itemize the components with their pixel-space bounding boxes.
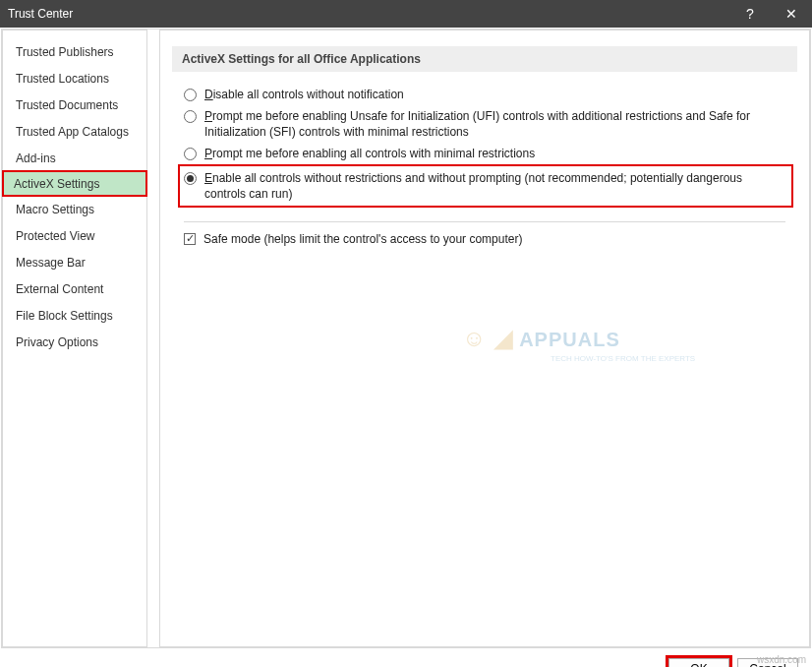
button-bar: OK Cancel [0, 649, 812, 667]
sidebar-item-protected-view[interactable]: Protected View [3, 222, 146, 249]
ok-button[interactable]: OK [668, 658, 729, 668]
sidebar-item-trusted-publishers[interactable]: Trusted Publishers [3, 38, 146, 65]
radio-label: Disable all controls without notificatio… [204, 87, 404, 102]
help-button[interactable]: ? [729, 0, 771, 28]
client-area: Trusted Publishers Trusted Locations Tru… [1, 29, 811, 648]
radio-disable-all[interactable]: Disable all controls without notificatio… [184, 84, 785, 105]
watermark-tag: TECH HOW-TO'S FROM THE EXPERTS [551, 354, 695, 363]
sidebar-item-label: ActiveX Settings [14, 177, 99, 191]
sidebar-item-label: File Block Settings [16, 309, 113, 323]
checkbox-safe-mode[interactable]: Safe mode (helps limit the control's acc… [184, 232, 785, 246]
sidebar-item-label: Protected View [16, 229, 95, 243]
section-header-label: ActiveX Settings for all Office Applicat… [182, 52, 421, 66]
radio-label: Prompt me before enabling all controls w… [204, 146, 535, 161]
sidebar-item-macro-settings[interactable]: Macro Settings [3, 196, 146, 222]
sidebar-item-trusted-app-catalogs[interactable]: Trusted App Catalogs [3, 118, 146, 145]
sidebar-item-label: Privacy Options [16, 335, 98, 349]
sidebar-item-trusted-locations[interactable]: Trusted Locations [3, 65, 146, 91]
radio-prompt-minimal[interactable]: Prompt me before enabling all controls w… [184, 143, 785, 164]
sidebar-item-label: Trusted Documents [16, 98, 118, 112]
radio-icon [184, 89, 197, 101]
close-button[interactable]: ✕ [771, 0, 812, 28]
cancel-button-label: Cancel [749, 662, 785, 667]
sidebar-item-label: Trusted Locations [16, 72, 109, 86]
checkbox-label: Safe mode (helps limit the control's acc… [203, 232, 522, 246]
content-inner: ActiveX Settings for all Office Applicat… [159, 30, 810, 647]
sidebar-item-trusted-documents[interactable]: Trusted Documents [3, 91, 146, 118]
titlebar: Trust Center ? ✕ [0, 0, 812, 28]
sidebar-item-activex-settings[interactable]: ActiveX Settings [2, 170, 147, 197]
radio-label: Prompt me before enabling Unsafe for Ini… [204, 108, 785, 140]
sidebar-item-label: Trusted App Catalogs [16, 125, 129, 139]
sidebar-item-privacy-options[interactable]: Privacy Options [3, 329, 146, 355]
content-pane: ActiveX Settings for all Office Applicat… [147, 30, 810, 647]
sidebar-item-message-bar[interactable]: Message Bar [3, 249, 146, 275]
sidebar-item-label: Macro Settings [16, 203, 94, 216]
ok-button-label: OK [690, 662, 707, 667]
radio-icon [184, 172, 197, 185]
radio-icon [184, 148, 197, 160]
radio-label: Enable all controls without restrictions… [204, 170, 785, 202]
checkbox-icon [184, 233, 196, 245]
window-title: Trust Center [8, 7, 729, 21]
sidebar-item-label: Message Bar [16, 256, 86, 270]
cancel-button[interactable]: Cancel [737, 658, 798, 668]
sidebar-item-add-ins[interactable]: Add-ins [3, 145, 146, 171]
radio-enable-all[interactable]: Enable all controls without restrictions… [178, 164, 793, 208]
close-icon: ✕ [785, 6, 797, 22]
activex-radio-group: Disable all controls without notificatio… [184, 84, 785, 208]
sidebar-item-external-content[interactable]: External Content [3, 275, 146, 302]
sidebar: Trusted Publishers Trusted Locations Tru… [2, 30, 147, 647]
sidebar-item-label: Add-ins [16, 152, 56, 165]
divider [184, 221, 785, 222]
help-icon: ? [746, 6, 754, 22]
sidebar-item-file-block-settings[interactable]: File Block Settings [3, 302, 146, 329]
sidebar-item-label: Trusted Publishers [16, 45, 114, 59]
sidebar-item-label: External Content [16, 282, 103, 296]
radio-prompt-ufi-sfi[interactable]: Prompt me before enabling Unsafe for Ini… [184, 105, 785, 143]
watermark-brand: APPUALS [462, 325, 620, 352]
section-header: ActiveX Settings for all Office Applicat… [172, 46, 797, 72]
radio-icon [184, 110, 197, 123]
